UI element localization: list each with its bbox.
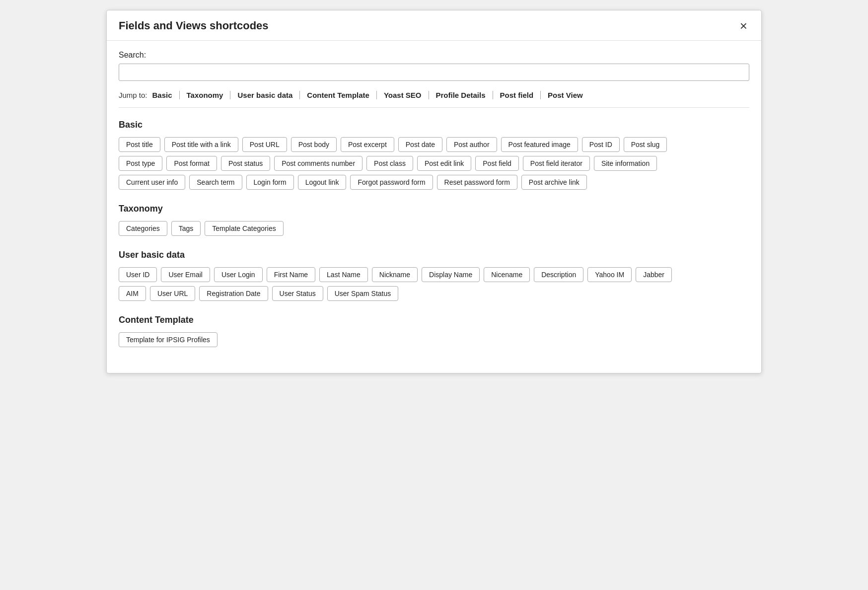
tag-post-author[interactable]: Post author xyxy=(446,137,497,152)
tags-row-taxonomy-0: CategoriesTagsTemplate Categories xyxy=(119,221,749,236)
tag-post-date[interactable]: Post date xyxy=(398,137,442,152)
tag-post-edit-link[interactable]: Post edit link xyxy=(417,156,471,171)
tag-post-id[interactable]: Post ID xyxy=(582,137,620,152)
tag-post-body[interactable]: Post body xyxy=(291,137,337,152)
tag-yahoo-im[interactable]: Yahoo IM xyxy=(587,267,632,282)
jump-link-post-field[interactable]: Post field xyxy=(493,91,541,99)
tag-post-class[interactable]: Post class xyxy=(366,156,413,171)
tags-row-content-template-0: Template for IPSIG Profiles xyxy=(119,332,749,347)
tag-registration-date[interactable]: Registration Date xyxy=(199,286,268,301)
tag-template-for-ipsig-profiles[interactable]: Template for IPSIG Profiles xyxy=(119,332,217,347)
search-input[interactable] xyxy=(119,64,749,81)
modal-title: Fields and Views shortcodes xyxy=(119,19,269,32)
tag-template-categories[interactable]: Template Categories xyxy=(205,221,283,236)
jump-link-user-basic-data[interactable]: User basic data xyxy=(230,91,300,99)
tag-first-name[interactable]: First Name xyxy=(267,267,315,282)
tag-post-type[interactable]: Post type xyxy=(119,156,162,171)
tag-current-user-info[interactable]: Current user info xyxy=(119,175,185,190)
section-user-basic-data: User basic dataUser IDUser EmailUser Log… xyxy=(119,250,749,301)
jump-link-yoast-seo[interactable]: Yoast SEO xyxy=(377,91,429,99)
tags-row-basic-2: Current user infoSearch termLogin formLo… xyxy=(119,175,749,190)
tag-post-featured-image[interactable]: Post featured image xyxy=(501,137,578,152)
section-basic: BasicPost titlePost title with a linkPos… xyxy=(119,120,749,190)
tag-user-id[interactable]: User ID xyxy=(119,267,157,282)
modal: Fields and Views shortcodes × Search: Ju… xyxy=(106,10,762,373)
jump-to-label: Jump to: xyxy=(119,91,147,99)
tag-display-name[interactable]: Display Name xyxy=(422,267,480,282)
jump-to-bar: Jump to: BasicTaxonomyUser basic dataCon… xyxy=(119,91,749,108)
modal-header: Fields and Views shortcodes × xyxy=(107,10,761,41)
jump-link-profile-details[interactable]: Profile Details xyxy=(429,91,493,99)
tag-post-status[interactable]: Post status xyxy=(221,156,270,171)
tag-post-title-with-a-link[interactable]: Post title with a link xyxy=(164,137,238,152)
sections-container: BasicPost titlePost title with a linkPos… xyxy=(119,120,749,347)
jump-link-content-template[interactable]: Content Template xyxy=(300,91,377,99)
tag-post-format[interactable]: Post format xyxy=(166,156,217,171)
tag-nicename[interactable]: Nicename xyxy=(484,267,530,282)
tag-post-excerpt[interactable]: Post excerpt xyxy=(341,137,394,152)
section-title-taxonomy: Taxonomy xyxy=(119,204,749,214)
tag-categories[interactable]: Categories xyxy=(119,221,167,236)
tag-reset-password-form[interactable]: Reset password form xyxy=(437,175,517,190)
tag-user-spam-status[interactable]: User Spam Status xyxy=(327,286,399,301)
tag-last-name[interactable]: Last Name xyxy=(319,267,368,282)
tag-user-login[interactable]: User Login xyxy=(214,267,263,282)
tag-user-url[interactable]: User URL xyxy=(150,286,195,301)
jump-link-post-view[interactable]: Post View xyxy=(541,91,590,99)
tag-post-archive-link[interactable]: Post archive link xyxy=(521,175,587,190)
tag-forgot-password-form[interactable]: Forgot password form xyxy=(350,175,433,190)
section-content-template: Content TemplateTemplate for IPSIG Profi… xyxy=(119,315,749,347)
tag-logout-link[interactable]: Logout link xyxy=(298,175,347,190)
jump-link-basic[interactable]: Basic xyxy=(152,91,180,99)
tags-row-basic-1: Post typePost formatPost statusPost comm… xyxy=(119,156,749,171)
tag-login-form[interactable]: Login form xyxy=(246,175,294,190)
tags-row-user-basic-data-0: User IDUser EmailUser LoginFirst NameLas… xyxy=(119,267,749,282)
tag-post-field-iterator[interactable]: Post field iterator xyxy=(523,156,590,171)
tag-search-term[interactable]: Search term xyxy=(189,175,242,190)
tag-post-field[interactable]: Post field xyxy=(475,156,519,171)
section-title-user-basic-data: User basic data xyxy=(119,250,749,260)
section-title-content-template: Content Template xyxy=(119,315,749,325)
tag-site-information[interactable]: Site information xyxy=(594,156,657,171)
tags-row-user-basic-data-1: AIMUser URLRegistration DateUser StatusU… xyxy=(119,286,749,301)
tag-nickname[interactable]: Nickname xyxy=(372,267,418,282)
tags-row-basic-0: Post titlePost title with a linkPost URL… xyxy=(119,137,749,152)
tag-post-comments-number[interactable]: Post comments number xyxy=(274,156,362,171)
tag-aim[interactable]: AIM xyxy=(119,286,146,301)
section-taxonomy: TaxonomyCategoriesTagsTemplate Categorie… xyxy=(119,204,749,236)
section-title-basic: Basic xyxy=(119,120,749,130)
tag-tags[interactable]: Tags xyxy=(171,221,201,236)
tag-description[interactable]: Description xyxy=(534,267,583,282)
tag-user-email[interactable]: User Email xyxy=(161,267,210,282)
jump-links-container: BasicTaxonomyUser basic dataContent Temp… xyxy=(152,91,590,99)
tag-post-url[interactable]: Post URL xyxy=(242,137,287,152)
search-label: Search: xyxy=(119,51,749,60)
modal-body: Search: Jump to: BasicTaxonomyUser basic… xyxy=(107,41,761,373)
tag-post-slug[interactable]: Post slug xyxy=(624,137,667,152)
tag-user-status[interactable]: User Status xyxy=(272,286,323,301)
tag-jabber[interactable]: Jabber xyxy=(636,267,672,282)
jump-link-taxonomy[interactable]: Taxonomy xyxy=(180,91,231,99)
tag-post-title[interactable]: Post title xyxy=(119,137,160,152)
close-button[interactable]: × xyxy=(738,19,749,32)
